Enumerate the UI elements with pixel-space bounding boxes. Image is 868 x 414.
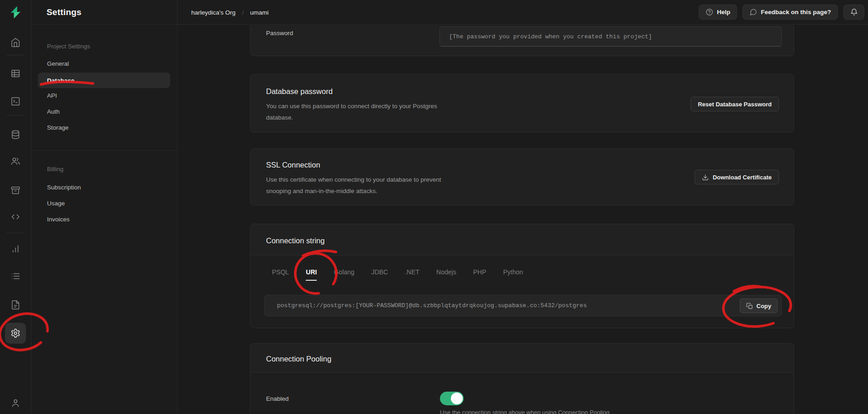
sidebar-item-auth[interactable]: Auth — [47, 108, 60, 115]
database-password-card: Database password You can use this passw… — [250, 74, 794, 132]
notifications-button[interactable] — [843, 5, 864, 20]
tab-php[interactable]: PHP — [473, 268, 486, 281]
sidebar-item-database-active[interactable]: Database — [38, 73, 170, 88]
help-circle-icon — [706, 8, 713, 16]
card-description: Use this certificate when connecting to … — [266, 174, 460, 197]
speech-bubble-icon — [749, 8, 757, 16]
card-body — [251, 372, 794, 414]
bell-icon — [850, 8, 858, 16]
tab-dotnet[interactable]: .NET — [405, 268, 419, 281]
page-title: Settings — [47, 7, 82, 17]
card-title: Connection string — [266, 236, 324, 245]
sql-editor-icon[interactable] — [5, 91, 26, 112]
sidebar-divider — [31, 150, 178, 151]
sidebar-item-invoices[interactable]: Invoices — [47, 216, 70, 223]
copy-icon — [746, 303, 753, 309]
breadcrumb-org[interactable]: harleydica's Org — [191, 9, 235, 16]
download-icon — [702, 174, 709, 181]
copy-button[interactable]: Copy — [740, 299, 778, 313]
card-description: You can use this password to connect dir… — [266, 100, 458, 123]
download-certificate-button[interactable]: Download Certificate — [695, 170, 779, 184]
icon-rail — [0, 0, 31, 414]
pooling-enabled-toggle[interactable] — [440, 392, 464, 405]
ssl-connection-card: SSL Connection Use this certificate when… — [250, 148, 794, 205]
edge-functions-code-icon[interactable] — [5, 206, 26, 227]
rail-divider — [6, 55, 25, 55]
sidebar-item-general[interactable]: General — [47, 60, 69, 67]
top-bar: harleydica's Org / umami Help Feedback o… — [178, 0, 868, 25]
tab-jdbc[interactable]: JDBC — [371, 268, 388, 281]
rail-divider — [6, 233, 25, 233]
pooling-helper-text-clipped: Use the connection string above when usi… — [440, 409, 609, 414]
help-button[interactable]: Help — [699, 5, 737, 20]
tab-psql[interactable]: PSQL — [272, 268, 289, 281]
storage-icon[interactable] — [5, 180, 26, 201]
topbar-actions: Help Feedback on this page? — [699, 5, 864, 20]
authentication-users-icon[interactable] — [5, 151, 26, 172]
password-label: Password — [266, 30, 293, 37]
account-user-icon[interactable] — [5, 393, 26, 414]
reset-database-password-button[interactable]: Reset Database Password — [690, 97, 779, 111]
toggle-knob — [451, 393, 463, 404]
api-docs-file-icon[interactable] — [5, 294, 26, 315]
rail-divider — [6, 115, 25, 115]
tab-golang[interactable]: Golang — [334, 268, 354, 281]
sidebar-item-usage[interactable]: Usage — [47, 200, 65, 207]
card-body — [251, 255, 794, 328]
connection-string-card: Connection string PSQL URI Golang JDBC .… — [250, 224, 794, 328]
connection-pooling-card: Connection Pooling Enabled Use the conne… — [250, 343, 794, 414]
settings-sidebar: Settings Project Settings General Databa… — [31, 0, 178, 414]
sidebar-item-api[interactable]: API — [47, 92, 57, 99]
enabled-label: Enabled — [266, 395, 289, 402]
sidebar-header: Settings — [31, 0, 177, 25]
supabase-settings-page: Settings Project Settings General Databa… — [0, 0, 868, 414]
connection-string-row: Copy — [264, 295, 782, 316]
connection-string-tabs: PSQL URI Golang JDBC .NET Nodejs PHP Pyt… — [272, 268, 523, 281]
sidebar-item-storage[interactable]: Storage — [47, 124, 68, 131]
feedback-button[interactable]: Feedback on this page? — [743, 5, 838, 20]
breadcrumb: harleydica's Org / umami — [191, 0, 268, 25]
tab-uri[interactable]: URI — [306, 268, 317, 281]
supabase-logo-icon[interactable] — [6, 3, 25, 21]
breadcrumb-project[interactable]: umami — [250, 9, 269, 16]
breadcrumb-separator: / — [242, 9, 244, 16]
tab-nodejs[interactable]: Nodejs — [436, 268, 456, 281]
reports-chart-icon[interactable] — [5, 238, 26, 259]
password-input[interactable] — [439, 26, 782, 47]
password-row-card: Password — [250, 25, 794, 56]
table-editor-icon[interactable] — [5, 63, 26, 84]
logs-list-icon[interactable] — [5, 266, 26, 287]
settings-gear-icon[interactable] — [5, 323, 26, 344]
sidebar-section-heading: Billing — [47, 166, 63, 173]
card-title: Connection Pooling — [266, 355, 331, 363]
database-icon[interactable] — [5, 124, 26, 145]
home-icon[interactable] — [5, 32, 26, 53]
sidebar-item-subscription[interactable]: Subscription — [47, 184, 81, 191]
card-title: SSL Connection — [266, 161, 320, 169]
tab-python[interactable]: Python — [503, 268, 523, 281]
card-title: Database password — [266, 87, 333, 96]
connection-string-input[interactable] — [265, 295, 739, 316]
sidebar-section-heading: Project Settings — [47, 43, 90, 50]
